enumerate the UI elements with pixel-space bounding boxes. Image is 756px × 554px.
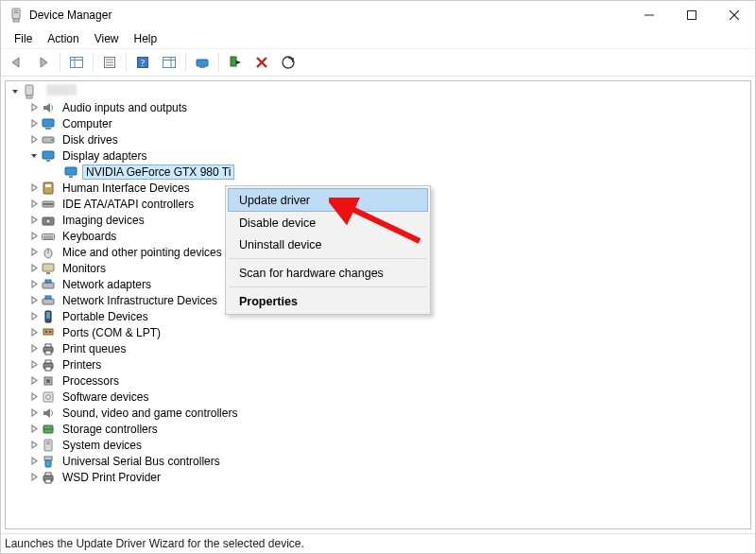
update-driver-button[interactable] xyxy=(190,50,215,75)
tree-item-label[interactable]: WSD Print Provider xyxy=(60,471,163,484)
svg-rect-35 xyxy=(69,176,73,178)
properties-button[interactable] xyxy=(97,50,122,75)
tree-category[interactable]: Display adapters xyxy=(8,147,750,164)
expand-chevron-icon[interactable] xyxy=(9,86,21,97)
tree-item-label[interactable]: Storage controllers xyxy=(60,423,161,436)
show-hide-tree-button[interactable] xyxy=(64,50,89,75)
tree-item-label[interactable]: Universal Serial Bus controllers xyxy=(60,455,223,468)
tree-item-label[interactable]: Disk drives xyxy=(60,133,121,147)
tree-category[interactable]: Print queues xyxy=(8,340,750,356)
tree-item-label[interactable]: Imaging devices xyxy=(60,214,147,227)
tree-category[interactable]: Ports (COM & LPT) xyxy=(8,324,750,340)
tree-item-label[interactable]: Human Interface Devices xyxy=(60,182,193,195)
tree-item-label[interactable]: System devices xyxy=(60,439,145,452)
svg-rect-47 xyxy=(43,264,54,271)
expand-chevron-icon[interactable] xyxy=(28,118,40,130)
tree-item-label[interactable]: Printers xyxy=(60,358,104,372)
forward-button[interactable] xyxy=(31,50,56,75)
expand-chevron-icon[interactable] xyxy=(28,407,40,419)
tree-item-label[interactable]: Network adapters xyxy=(60,278,154,291)
tree-item-label[interactable]: Monitors xyxy=(60,262,109,275)
expand-chevron-icon[interactable] xyxy=(28,311,40,322)
expand-chevron-icon[interactable] xyxy=(28,199,40,210)
expand-chevron-icon[interactable] xyxy=(28,375,40,387)
expand-chevron-icon[interactable] xyxy=(28,182,40,194)
scan-hardware-button[interactable] xyxy=(276,50,301,75)
expand-chevron-icon[interactable] xyxy=(28,456,40,467)
menu-view[interactable]: View xyxy=(87,30,127,47)
tree-item-label[interactable]: Sound, video and game controllers xyxy=(60,407,240,420)
svg-rect-72 xyxy=(46,443,50,444)
tree-item-label[interactable]: Audio inputs and outputs xyxy=(60,101,190,114)
action-pane-button[interactable] xyxy=(157,50,181,75)
svg-rect-22 xyxy=(231,57,236,66)
close-button[interactable] xyxy=(713,1,755,29)
tree-category[interactable]: WSD Print Provider xyxy=(8,469,750,485)
tree-item-label[interactable]: Computer xyxy=(60,117,115,130)
tree-item-label[interactable]: Print queues xyxy=(60,342,129,355)
expand-chevron-icon[interactable] xyxy=(28,231,40,242)
ctx-scan-hardware[interactable]: Scan for hardware changes xyxy=(228,262,428,284)
tree-category[interactable]: System devices xyxy=(8,437,750,453)
tree-item-label[interactable]: Mice and other pointing devices xyxy=(60,246,225,259)
tree-category[interactable]: Storage controllers xyxy=(8,421,750,437)
expand-chevron-icon[interactable] xyxy=(28,279,40,290)
menu-help[interactable]: Help xyxy=(127,30,165,47)
tree-item-label[interactable]: Software devices xyxy=(60,390,151,404)
tree-category[interactable]: Audio inputs and outputs xyxy=(8,99,750,115)
tree-category[interactable]: Software devices xyxy=(8,389,750,405)
expand-chevron-icon[interactable] xyxy=(28,102,40,113)
enable-device-button[interactable] xyxy=(223,50,248,75)
expand-chevron-icon[interactable] xyxy=(28,359,40,371)
tree-item-label[interactable]: Ports (COM & LPT) xyxy=(60,326,163,339)
camera-icon xyxy=(41,213,56,228)
tree-item-label[interactable]: NVIDIA GeForce GTX 980 Ti xyxy=(82,164,234,180)
maximize-button[interactable] xyxy=(670,1,713,29)
expand-chevron-icon[interactable] xyxy=(28,327,40,338)
expand-chevron-icon[interactable] xyxy=(51,166,62,178)
tree-item-label[interactable]: Portable Devices xyxy=(60,310,151,323)
ctx-separator xyxy=(229,258,427,259)
tree-item-label[interactable]: Network Infrastructure Devices xyxy=(60,294,220,307)
tree-category[interactable]: Sound, video and game controllers xyxy=(8,405,750,421)
usb-icon xyxy=(41,454,56,469)
tree-item-label[interactable]: IDE ATA/ATAPI controllers xyxy=(60,198,197,211)
tree-category[interactable]: Universal Serial Bus controllers xyxy=(8,453,750,469)
expand-chevron-icon[interactable] xyxy=(28,263,40,274)
expand-chevron-icon[interactable] xyxy=(28,295,40,306)
tree-device[interactable]: NVIDIA GeForce GTX 980 Ti xyxy=(8,164,750,180)
expand-chevron-icon[interactable] xyxy=(28,343,40,355)
tree-item-label[interactable]: Processors xyxy=(60,374,122,388)
ctx-disable-device[interactable]: Disable device xyxy=(228,212,428,234)
expand-chevron-icon[interactable] xyxy=(28,391,40,403)
ctx-update-driver[interactable]: Update driver xyxy=(228,188,428,212)
minimize-button[interactable] xyxy=(627,1,670,29)
tree-item-label[interactable] xyxy=(41,84,79,98)
ctx-uninstall-device[interactable]: Uninstall device xyxy=(228,234,428,255)
expand-chevron-icon[interactable] xyxy=(28,134,40,146)
tree-item-label[interactable]: Keyboards xyxy=(60,230,119,243)
back-button[interactable] xyxy=(5,50,29,75)
menu-action[interactable]: Action xyxy=(40,30,86,47)
system-icon xyxy=(41,438,56,453)
tree-category[interactable]: Computer xyxy=(8,115,750,131)
svg-point-31 xyxy=(51,139,53,141)
uninstall-device-button[interactable] xyxy=(249,50,274,75)
menu-file[interactable]: File xyxy=(7,30,40,47)
tree-category[interactable]: Disk drives xyxy=(8,131,750,147)
tree-category[interactable]: Printers xyxy=(8,356,750,372)
tree-category[interactable]: Processors xyxy=(8,372,750,389)
expand-chevron-icon[interactable] xyxy=(28,150,40,162)
expand-chevron-icon[interactable] xyxy=(28,215,40,226)
svg-rect-65 xyxy=(46,379,50,383)
tree-item-label[interactable]: Display adapters xyxy=(60,149,149,163)
port-icon xyxy=(41,325,56,340)
expand-chevron-icon[interactable] xyxy=(28,440,40,451)
tree-root[interactable] xyxy=(8,83,750,99)
svg-rect-62 xyxy=(45,360,51,363)
expand-chevron-icon[interactable] xyxy=(28,424,40,435)
ctx-properties[interactable]: Properties xyxy=(228,290,428,312)
expand-chevron-icon[interactable] xyxy=(28,472,40,483)
help-button[interactable]: ? xyxy=(130,50,155,75)
expand-chevron-icon[interactable] xyxy=(28,247,40,258)
